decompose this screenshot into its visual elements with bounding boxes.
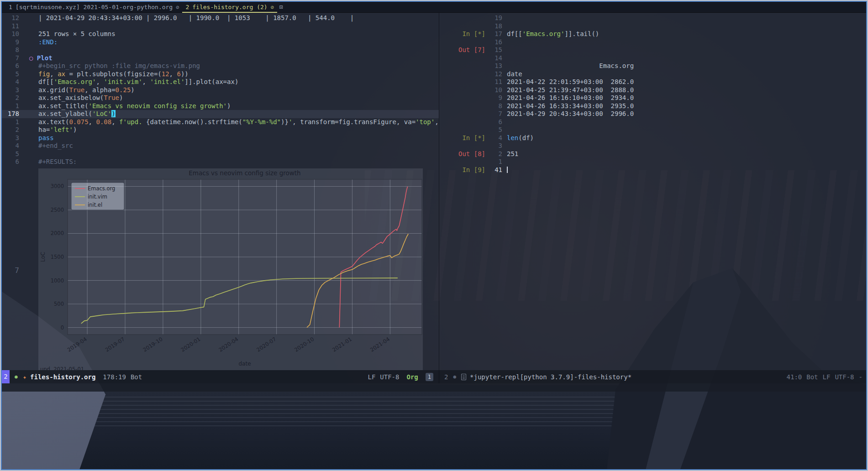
repl-line[interactable]: In [*]17df[['Emacs.org']].tail() [439,30,866,38]
buffer-line[interactable]: 3pass [2,134,439,142]
line-content: ax.text(0.075, 0.08, f'upd. {datetime.no… [23,118,439,126]
tab-1[interactable]: 1[sqrtminusone.xyz] 2021-05-01-org-pytho… [5,2,182,13]
line-content [502,22,507,31]
repl-line[interactable]: 18 [439,22,866,31]
line-number: 16 [485,38,502,47]
buffer-line[interactable]: 12| 2021-04-29 20:43:34+03:00 | 2996.0 |… [2,14,439,22]
code-token: 12 [162,70,169,78]
repl-line[interactable]: In [9]41 [439,166,866,174]
tab-close-icon[interactable]: ⊘ [271,4,274,10]
code-token: , [169,70,177,78]
line-number: 1 [485,158,502,166]
repl-line[interactable]: 3 [439,142,866,150]
buffer-line[interactable]: 1ax.text(0.075, 0.08, f'upd. {datetime.n… [2,118,439,126]
buffer-line[interactable]: 5 [2,150,439,158]
line-content: len(df) [502,134,534,142]
jupyter-repl-window[interactable]: 1918In [*]17df[['Emacs.org']].tail()16Ou… [439,13,866,370]
tab-close-icon[interactable]: ⊘ [176,4,179,10]
buffer-line[interactable]: 9:END: [2,38,439,47]
buffer-line[interactable]: 8 [2,46,439,54]
buffer-line[interactable]: 4df[['Emacs.org', 'init.vim', 'init.el']… [2,78,439,86]
inline-image-line: 7 0500100015002000250030002019-042019-07… [2,166,439,371]
line-content: ax.set_ylabel('LoC') [23,110,116,118]
code-token: 251 [507,150,518,157]
line-content: date [502,70,522,78]
results-chart: 0500100015002000250030002019-042019-0720… [38,168,423,371]
buffer-line[interactable]: 7○ Plot [2,54,439,63]
line-number: 11 [485,78,502,86]
line-number: 10 [2,30,23,38]
buffer-line[interactable]: 6#+begin_src python :file img/emacs-vim.… [2,62,439,70]
code-token: ax [58,70,65,78]
buffer-line[interactable]: 2ha='left') [2,126,439,134]
repl-line[interactable]: 14 [439,54,866,63]
buffer-line[interactable]: 2ax.set_axisbelow(True) [2,94,439,102]
code-token: 'top' [416,118,435,126]
line-number: 4 [485,134,502,142]
code-token: ha= [38,126,50,133]
file-icon [461,374,466,380]
repl-line[interactable]: 1 [439,158,866,166]
code-token: #+RESULTS: [38,158,77,165]
code-token: 0.08 [96,118,111,126]
repl-line[interactable]: 16 [439,38,866,47]
line-content [502,38,507,47]
buffer-line[interactable]: 6#+RESULTS: [2,158,439,166]
repl-line[interactable]: Out [8]2251 [439,150,866,158]
text-cursor [507,167,508,173]
major-mode[interactable]: Org [406,373,418,381]
buffer-line[interactable]: 1ax.set_title('Emacs vs neovim config si… [2,102,439,110]
code-token: 'Emacs.org' [522,30,565,37]
line-content: #+RESULTS: [23,158,77,166]
code-token: , [435,118,438,126]
code-token: 2021-04-29 20:43:34+03:00 2996.0 [507,110,634,117]
org-buffer-window[interactable]: 12| 2021-04-29 20:43:34+03:00 | 2996.0 |… [2,13,439,370]
code-token: ax.grid( [38,86,69,94]
code-token: #+end_src [38,142,73,149]
repl-prompt: In [*] [439,134,485,142]
new-tab-button[interactable]: ⊡ [279,4,283,10]
repl-line[interactable]: 12date [439,70,866,78]
code-token: 2021-04-26 16:33:34+03:00 2935.0 [507,102,634,110]
line-number: 7 [485,110,502,118]
repl-line[interactable]: 72021-04-29 20:43:34+03:00 2996.0 [439,110,866,118]
buffer-line[interactable]: 5fig, ax = plt.subplots(figsize=(12, 6)) [2,70,439,78]
tab-2[interactable]: 2files-history.org (2)⊘ [182,2,277,13]
repl-prompt-empty [439,14,485,22]
line-number: 3 [2,134,23,142]
repl-line[interactable]: 5 [439,126,866,134]
repl-line[interactable]: 19 [439,14,866,22]
buffer-name[interactable]: files-history.org [30,373,95,381]
code-token: df[[ [38,78,54,85]
buffer-line[interactable]: 4#+end_src [2,142,439,150]
repl-prompt-empty [439,126,485,134]
line-number: 17 [485,30,502,38]
repl-line[interactable]: 112021-04-22 22:01:59+03:00 2862.0 [439,78,866,86]
buffer-line[interactable]: 10251 rows × 5 columns [2,30,439,38]
line-content [23,22,38,31]
repl-line[interactable]: 13 Emacs.org [439,62,866,70]
scroll-position: Bot [131,373,142,381]
buffer-name[interactable]: *jupyter-repl[python 3.7.9]-files-histor… [470,373,631,381]
buffer-line[interactable]: 11 [2,22,439,31]
repl-line[interactable]: 82021-04-26 16:33:34+03:00 2935.0 [439,102,866,110]
buffer-line[interactable]: 178ax.set_ylabel('LoC') [2,110,439,118]
line-content: df[['Emacs.org']].tail() [502,30,599,38]
line-content: | 2021-04-29 20:43:34+03:00 | 2996.0 | 1… [23,14,354,22]
svg-text:date: date [238,361,251,367]
buffer-line[interactable]: 3ax.grid(True, alpha=0.25) [2,86,439,94]
repl-prompt-empty [439,94,485,102]
line-number: 6 [2,158,23,166]
svg-text:Emacs vs neovim config size gr: Emacs vs neovim config size growth [189,169,300,177]
repl-line[interactable]: 102021-04-25 21:39:47+03:00 2888.0 [439,86,866,94]
repl-line[interactable]: In [*]4len(df) [439,134,866,142]
repl-line[interactable]: 92021-04-26 16:16:10+03:00 2934.0 [439,94,866,102]
svg-text:LoC: LoC [40,251,46,262]
echo-area[interactable] [2,383,866,392]
repl-line[interactable]: 6 [439,118,866,126]
line-number: 2 [2,126,23,134]
code-token: pass [38,134,54,141]
line-content: ax.set_title('Emacs vs neovim config siz… [23,102,231,110]
tab-index: 2 [185,4,189,10]
repl-line[interactable]: Out [7]15 [439,46,866,54]
